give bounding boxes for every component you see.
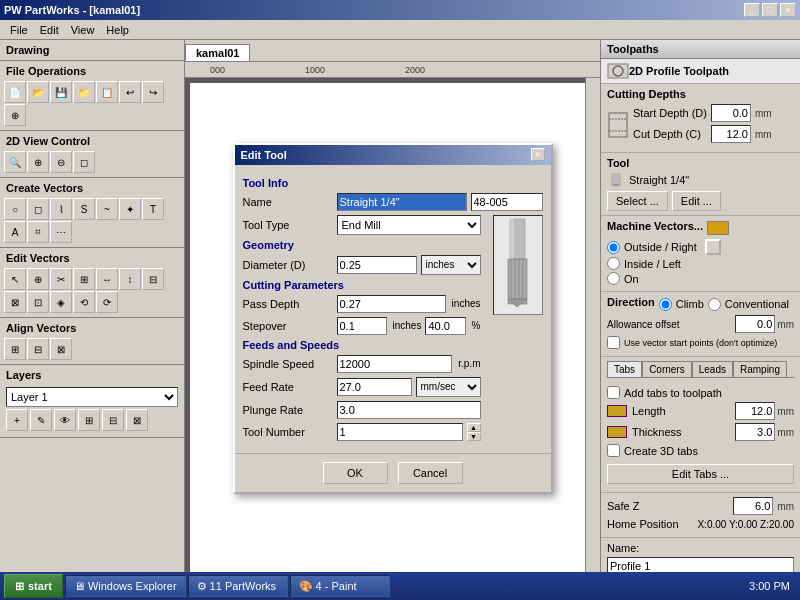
close-btn[interactable]: ×: [780, 3, 796, 17]
feed-rate-input[interactable]: [337, 378, 412, 396]
zoom-btn2[interactable]: ⊕: [27, 151, 49, 173]
tab-leads[interactable]: Leads: [692, 361, 733, 377]
spindle-label: Spindle Speed: [243, 358, 333, 370]
on-radio[interactable]: [607, 272, 620, 285]
allowance-input[interactable]: [735, 315, 775, 333]
length-icon: [607, 405, 627, 417]
ev-btn2[interactable]: ⊕: [27, 268, 49, 290]
tool-buttons: Select ... Edit ...: [607, 191, 794, 211]
ev-btn12[interactable]: ⟳: [96, 291, 118, 313]
undo-btn[interactable]: ↩: [119, 81, 141, 103]
ev-btn5[interactable]: ↔: [96, 268, 118, 290]
pass-depth-input[interactable]: [337, 295, 446, 313]
stepover-input[interactable]: [337, 317, 387, 335]
menu-help[interactable]: Help: [100, 22, 135, 38]
minimize-btn[interactable]: _: [744, 3, 760, 17]
length-input[interactable]: [735, 402, 775, 420]
start-depth-input[interactable]: [711, 104, 751, 122]
cv-btn4[interactable]: S: [73, 198, 95, 220]
new-btn[interactable]: 📄: [4, 81, 26, 103]
zoom-btn1[interactable]: 🔍: [4, 151, 26, 173]
cv-btn10[interactable]: ⋯: [50, 221, 72, 243]
ev-btn4[interactable]: ⊞: [73, 268, 95, 290]
menu-file[interactable]: File: [4, 22, 34, 38]
taskbar-windows-explorer[interactable]: 🖥 Windows Explorer: [65, 575, 186, 597]
stepover-pct-input[interactable]: [425, 317, 465, 335]
spindle-input[interactable]: [337, 355, 453, 373]
spin-down-btn[interactable]: ▼: [467, 432, 481, 441]
ev-btn3[interactable]: ✂: [50, 268, 72, 290]
layer-btn2[interactable]: ✎: [30, 409, 52, 431]
redo-btn[interactable]: ↪: [142, 81, 164, 103]
taskbar-partworks[interactable]: ⚙ 11 PartWorks: [188, 575, 288, 597]
cv-btn9[interactable]: ⌗: [27, 221, 49, 243]
ev-btn9[interactable]: ⊡: [27, 291, 49, 313]
vector-start-checkbox[interactable]: [607, 336, 620, 349]
plunge-rate-input[interactable]: [337, 401, 481, 419]
start-button[interactable]: ⊞ start: [4, 574, 63, 598]
direction-section: Direction Climb Conventional Allowance o…: [601, 292, 800, 357]
menu-view[interactable]: View: [65, 22, 101, 38]
cv-btn5[interactable]: ~: [96, 198, 118, 220]
av-btn2[interactable]: ⊟: [27, 338, 49, 360]
cut-depth-input[interactable]: [711, 125, 751, 143]
save-btn[interactable]: 💾: [50, 81, 72, 103]
climb-radio[interactable]: [659, 298, 672, 311]
file-btn5[interactable]: 📋: [96, 81, 118, 103]
file-btn4[interactable]: 📁: [73, 81, 95, 103]
maximize-btn[interactable]: □: [762, 3, 778, 17]
thickness-input[interactable]: [735, 423, 775, 441]
outside-right-radio[interactable]: [607, 241, 620, 254]
cv-btn6[interactable]: ✦: [119, 198, 141, 220]
layer-btn5[interactable]: ⊟: [102, 409, 124, 431]
diameter-unit-select[interactable]: inches: [421, 255, 481, 275]
conventional-radio[interactable]: [708, 298, 721, 311]
taskbar-paint[interactable]: 🎨 4 - Paint: [290, 575, 390, 597]
create-3d-checkbox[interactable]: [607, 444, 620, 457]
feed-unit-select[interactable]: mm/sec: [416, 377, 481, 397]
layer-btn3[interactable]: 👁: [54, 409, 76, 431]
av-btn1[interactable]: ⊞: [4, 338, 26, 360]
ev-btn1[interactable]: ↖: [4, 268, 26, 290]
layer-dropdown[interactable]: Layer 1: [6, 387, 178, 407]
layer-btn4[interactable]: ⊞: [78, 409, 100, 431]
tab-corners[interactable]: Corners: [642, 361, 692, 377]
file-btn8[interactable]: ⊕: [4, 104, 26, 126]
tool-name-input[interactable]: [337, 193, 467, 211]
safe-z-input[interactable]: [733, 497, 773, 515]
tool-id-input[interactable]: [471, 193, 543, 211]
ev-btn6[interactable]: ↕: [119, 268, 141, 290]
ev-btn8[interactable]: ⊠: [4, 291, 26, 313]
zoom-btn4[interactable]: ◻: [73, 151, 95, 173]
diameter-input[interactable]: [337, 256, 417, 274]
cv-btn1[interactable]: ○: [4, 198, 26, 220]
plunge-rate-row: Plunge Rate: [243, 401, 481, 419]
zoom-btn3[interactable]: ⊖: [50, 151, 72, 173]
spin-up-btn[interactable]: ▲: [467, 423, 481, 432]
cv-btn3[interactable]: ⌇: [50, 198, 72, 220]
dialog-close-btn[interactable]: ×: [531, 148, 545, 161]
menu-edit[interactable]: Edit: [34, 22, 65, 38]
av-btn3[interactable]: ⊠: [50, 338, 72, 360]
cv-btn7[interactable]: T: [142, 198, 164, 220]
open-btn[interactable]: 📂: [27, 81, 49, 103]
edit-tabs-btn[interactable]: Edit Tabs ...: [607, 464, 794, 484]
ev-btn11[interactable]: ⟲: [73, 291, 95, 313]
cancel-button[interactable]: Cancel: [398, 462, 463, 484]
tool-number-input[interactable]: [337, 423, 463, 441]
dialog-overlay: Edit Tool × Tool Info Name: [185, 40, 600, 596]
cv-btn2[interactable]: ◻: [27, 198, 49, 220]
layer-btn6[interactable]: ⊠: [126, 409, 148, 431]
add-tabs-checkbox[interactable]: [607, 386, 620, 399]
inside-left-radio[interactable]: [607, 257, 620, 270]
cv-btn8[interactable]: A: [4, 221, 26, 243]
layer-btn1[interactable]: +: [6, 409, 28, 431]
ev-btn10[interactable]: ◈: [50, 291, 72, 313]
select-tool-btn[interactable]: Select ...: [607, 191, 668, 211]
ev-btn7[interactable]: ⊟: [142, 268, 164, 290]
ok-button[interactable]: OK: [323, 462, 388, 484]
tab-tabs[interactable]: Tabs: [607, 361, 642, 377]
tool-type-select[interactable]: End Mill: [337, 215, 481, 235]
tab-ramping[interactable]: Ramping: [733, 361, 787, 377]
edit-tool-btn[interactable]: Edit ...: [672, 191, 721, 211]
